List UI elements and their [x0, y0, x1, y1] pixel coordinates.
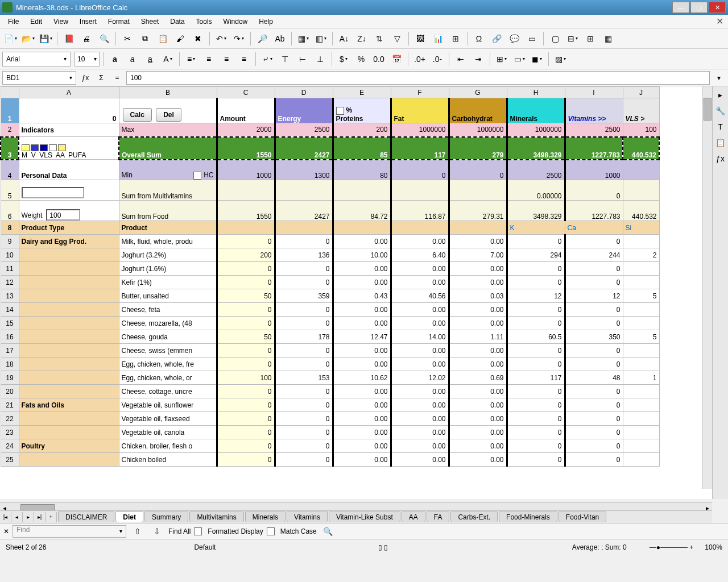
cell-E12[interactable]: 0.00 — [333, 276, 391, 289]
cell-E10[interactable]: 10.00 — [333, 248, 391, 262]
row-header-15[interactable]: 15 — [1, 317, 19, 330]
headers-footers-button[interactable]: ▭ — [524, 31, 540, 47]
cell-C6[interactable]: 1550 — [217, 201, 275, 221]
cell-C13[interactable]: 50 — [217, 289, 275, 303]
cell-H12[interactable]: 0 — [507, 276, 565, 289]
cell-I8[interactable]: Ca — [565, 221, 623, 235]
cell-reference-combo[interactable]: BD1 — [2, 71, 76, 85]
column-button[interactable]: ▥ — [313, 31, 329, 47]
cell-A20[interactable] — [19, 385, 119, 398]
col-header-J[interactable]: J — [623, 87, 659, 98]
cell-J8[interactable]: Si — [623, 221, 659, 235]
number-format-button[interactable]: 0.0 — [371, 51, 387, 67]
del-decimal-button[interactable]: .0- — [429, 51, 445, 67]
cell-J20[interactable] — [623, 385, 659, 398]
cell-J14[interactable] — [623, 303, 659, 317]
cell-B25[interactable]: Chicken boiled — [119, 453, 217, 467]
row-header-23[interactable]: 23 — [1, 426, 19, 439]
cell-C22[interactable]: 0 — [217, 412, 275, 426]
row-header-21[interactable]: 21 — [1, 398, 19, 412]
hyperlink-button[interactable]: 🔗 — [489, 31, 504, 47]
cell-B2[interactable]: Max — [119, 123, 217, 137]
cell-H20[interactable]: 0 — [507, 385, 565, 398]
redo-button[interactable]: ↷ — [231, 31, 247, 47]
col-header-D[interactable]: D — [275, 87, 333, 98]
row-header-1[interactable]: 1 — [1, 98, 19, 123]
cell-J15[interactable] — [623, 317, 659, 330]
define-print-button[interactable]: ▢ — [547, 31, 563, 47]
cell-C10[interactable]: 200 — [217, 248, 275, 262]
bg-color-button[interactable]: ▨ — [552, 51, 568, 67]
find-input[interactable]: Find — [13, 525, 126, 538]
cell-H22[interactable]: 0 — [507, 412, 565, 426]
row-header-18[interactable]: 18 — [1, 357, 19, 371]
spellcheck-button[interactable]: Ab — [272, 31, 288, 47]
sidebar-functions-icon[interactable]: ƒx — [714, 152, 727, 165]
cell-H18[interactable]: 0 — [507, 357, 565, 371]
cell-E5[interactable] — [333, 180, 391, 201]
cell-H4[interactable]: 2500 — [507, 160, 565, 180]
inc-indent-button[interactable]: ⇥ — [470, 51, 486, 67]
cell-E17[interactable]: 0.00 — [333, 344, 391, 357]
window-button[interactable]: ▦ — [600, 31, 616, 47]
cell-I21[interactable]: 0 — [565, 398, 623, 412]
percent-button[interactable]: % — [353, 51, 369, 67]
cell-E15[interactable]: 0.00 — [333, 317, 391, 330]
cell-C25[interactable]: 0 — [217, 453, 275, 467]
cell-F18[interactable]: 0.00 — [391, 357, 449, 371]
cell-H10[interactable]: 294 — [507, 248, 565, 262]
cell-F2[interactable]: 1000000 — [391, 123, 449, 137]
cell-D11[interactable]: 0 — [275, 262, 333, 276]
cell-H17[interactable]: 0 — [507, 344, 565, 357]
cell-A1[interactable]: 0 — [19, 98, 119, 123]
find-options-button[interactable]: 🔍 — [320, 523, 336, 539]
comment-button[interactable]: 💬 — [506, 31, 522, 47]
open-button[interactable]: 📂 — [20, 31, 36, 47]
cell-F3[interactable]: 117 — [391, 137, 449, 160]
cell-A14[interactable] — [19, 303, 119, 317]
status-insert-mode[interactable]: ▯ ▯ — [378, 543, 388, 551]
align-right-button[interactable]: ≡ — [218, 51, 234, 67]
formula-expand-icon[interactable]: ▾ — [712, 71, 726, 85]
cell-E21[interactable]: 0.00 — [333, 398, 391, 412]
sheet-tab-vitamin-like-subst[interactable]: Vitamin-Like Subst — [329, 512, 400, 522]
autofilter-button[interactable]: ▽ — [389, 31, 405, 47]
cell-E3[interactable]: 85 — [333, 137, 391, 160]
cell-A12[interactable] — [19, 276, 119, 289]
border-style-button[interactable]: ▭ — [511, 51, 527, 67]
cell-D4[interactable]: 1300 — [275, 160, 333, 180]
align-left-button[interactable]: ≡ — [183, 51, 199, 67]
cell-A15[interactable] — [19, 317, 119, 330]
row-header-8[interactable]: 8 — [1, 221, 19, 235]
cell-A17[interactable] — [19, 344, 119, 357]
cell-C23[interactable]: 0 — [217, 426, 275, 439]
row-header-16[interactable]: 16 — [1, 330, 19, 344]
align-center-button[interactable]: ≡ — [201, 51, 217, 67]
cell-F15[interactable]: 0.00 — [391, 317, 449, 330]
new-button[interactable]: 📄 — [2, 31, 18, 47]
cell-G1[interactable]: Carbohydrat — [449, 98, 507, 123]
cell-H8[interactable]: K — [507, 221, 565, 235]
cell-F4[interactable]: 0 — [391, 160, 449, 180]
cell-A22[interactable] — [19, 412, 119, 426]
row-header-5[interactable]: 5 — [1, 180, 19, 201]
cell-A11[interactable] — [19, 262, 119, 276]
calc-button[interactable]: Calc — [123, 108, 152, 122]
cell-I4[interactable]: 1000 — [565, 160, 623, 180]
cell-H19[interactable]: 117 — [507, 371, 565, 385]
cell-I15[interactable]: 0 — [565, 317, 623, 330]
cell-A6[interactable]: Weight 100 — [19, 201, 119, 221]
cell-F10[interactable]: 6.40 — [391, 248, 449, 262]
row-header-25[interactable]: 25 — [1, 453, 19, 467]
cell-J18[interactable] — [623, 357, 659, 371]
cell-A18[interactable] — [19, 357, 119, 371]
cell-D22[interactable]: 0 — [275, 412, 333, 426]
cell-B4[interactable]: HCMin — [119, 160, 217, 180]
col-header-C[interactable]: C — [217, 87, 275, 98]
cell-I5[interactable]: 0 — [565, 180, 623, 201]
cell-D1[interactable]: Energy — [275, 98, 333, 123]
cell-J4[interactable] — [623, 160, 659, 180]
tab-nav-prev[interactable]: ◂ — [11, 512, 23, 522]
menu-tools[interactable]: Tools — [191, 15, 218, 28]
cell-D25[interactable]: 0 — [275, 453, 333, 467]
